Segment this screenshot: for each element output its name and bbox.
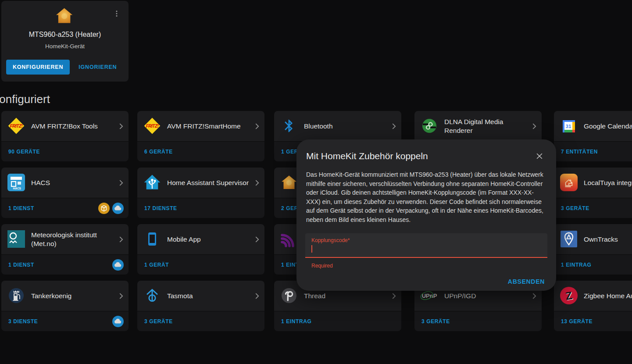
discovered-device-subtitle: HomeKit-Gerät <box>1 43 129 50</box>
homekit-pairing-dialog: Mit HomeKit Zubehör koppeln Das HomeKit-… <box>296 139 556 291</box>
section-heading-configured: Konfiguriert <box>0 93 50 106</box>
localtuya-icon <box>559 174 578 191</box>
mobile-app-icon <box>143 230 162 248</box>
integration-card[interactable]: ZZigbee Home Automation13 GERÄTE <box>554 281 632 331</box>
integration-card[interactable]: Tankerkoenig3 DIENSTE <box>1 281 129 331</box>
fritz-logo-icon: FRITZ! <box>7 117 26 135</box>
integration-card-footer: 3 GERÄTE <box>554 198 632 218</box>
pairing-code-label: Kopplungscode* <box>311 237 350 243</box>
integration-card[interactable]: Meteorologisk institutt (Met.no)1 DIENST <box>1 224 129 275</box>
pairing-code-field[interactable]: Kopplungscode* <box>305 233 547 258</box>
integration-card-footer: 17 DIENSTE <box>137 198 264 218</box>
integration-card-header[interactable]: LocalTuya integration <box>554 168 632 198</box>
chevron-right-icon <box>529 291 539 301</box>
integration-card-header[interactable]: FRITZ!AVM FRITZ!Box Tools <box>1 111 129 141</box>
integration-count[interactable]: 6 GERÄTE <box>144 149 260 155</box>
integration-card[interactable]: OwnTracks1 EINTRAG <box>554 224 632 275</box>
integration-card[interactable]: Home Assistant Supervisor17 DIENSTE <box>137 168 264 218</box>
integration-count[interactable]: 13 GERÄTE <box>561 318 632 325</box>
integration-card-header[interactable]: 31Google Calendar <box>554 111 632 141</box>
submit-button[interactable]: ABSENDEN <box>505 278 547 285</box>
homekit-house-icon <box>54 6 75 27</box>
svg-text:HACS: HACS <box>13 187 21 190</box>
integration-card-footer: 1 DIENST <box>1 254 129 275</box>
integration-card[interactable]: 31Google Calendar7 ENTITÄTEN <box>554 111 632 161</box>
integration-card-header[interactable]: Tankerkoenig <box>1 281 129 311</box>
homekit-house-icon <box>279 174 299 191</box>
chevron-right-icon <box>116 291 126 301</box>
integration-card-header[interactable]: OwnTracks <box>554 224 632 254</box>
integration-name: OwnTracks <box>584 235 632 244</box>
integration-name: Thread <box>304 292 388 300</box>
integration-card-header[interactable]: DLNA Digital Media Renderer <box>414 111 542 141</box>
integration-card-footer: 1 DIENST <box>1 198 129 218</box>
close-icon[interactable] <box>535 152 546 162</box>
integration-card-header[interactable]: FRITZ!AVM FRITZ!SmartHome <box>137 111 264 141</box>
integration-count[interactable]: 17 DIENSTE <box>144 205 260 211</box>
integration-count[interactable]: 3 GERÄTE <box>144 318 260 325</box>
cloud-badge-icon <box>112 259 124 271</box>
integration-name: Tankerkoenig <box>31 292 115 300</box>
configure-button[interactable]: KONFIGURIEREN <box>6 60 70 75</box>
ignore-button[interactable]: IGNORIEREN <box>76 60 119 75</box>
tankerkoenig-icon <box>7 287 26 304</box>
integration-card-footer: 6 GERÄTE <box>137 141 264 161</box>
svg-text:31: 31 <box>566 124 571 129</box>
integration-count[interactable]: 1 GERÄT <box>144 262 260 268</box>
cloud-badge-icon <box>112 203 124 214</box>
integration-card[interactable]: FRITZ!AVM FRITZ!Box Tools90 GERÄTE <box>1 111 129 161</box>
integration-card-header[interactable]: Meteorologisk institutt (Met.no) <box>1 224 129 254</box>
integration-card-header[interactable]: Bluetooth <box>274 111 401 141</box>
integration-card-footer: 3 GERÄTE <box>137 311 264 331</box>
integration-card-header[interactable]: ZZigbee Home Automation <box>554 281 632 311</box>
integration-name: Meteorologisk institutt (Met.no) <box>31 231 115 248</box>
integration-card[interactable]: LocalTuya integration3 GERÄTE <box>554 168 632 218</box>
chevron-right-icon <box>116 121 126 131</box>
thread-icon <box>279 287 299 304</box>
zigbee-icon: Z <box>559 287 578 304</box>
integration-name: Zigbee Home Automation <box>584 292 632 300</box>
integration-count[interactable]: 3 DIENSTE <box>8 318 112 325</box>
chevron-right-icon <box>116 178 126 188</box>
integration-name: Home Assistant Supervisor <box>167 178 251 187</box>
kebab-menu-icon[interactable] <box>113 10 121 19</box>
integration-card[interactable]: Mobile App1 GERÄT <box>137 224 264 275</box>
pairing-code-input[interactable] <box>311 245 541 254</box>
integration-card-footer: 90 GERÄTE <box>1 141 129 161</box>
integration-card[interactable]: FRITZ!AVM FRITZ!SmartHome6 GERÄTE <box>137 111 264 161</box>
integration-count[interactable]: 1 DIENST <box>8 262 112 268</box>
chevron-right-icon <box>252 235 262 244</box>
integration-name: LocalTuya integration <box>584 178 632 187</box>
integration-name: Mobile App <box>167 235 251 244</box>
integration-count[interactable]: 1 EINTRAG <box>561 262 632 268</box>
required-error-text: Required <box>311 263 333 269</box>
chevron-right-icon <box>252 291 262 301</box>
chevron-right-icon <box>529 121 539 131</box>
integration-count[interactable]: 1 DIENST <box>8 205 98 211</box>
integration-card-footer: 3 GERÄTE <box>414 311 542 331</box>
integration-name: AVM FRITZ!SmartHome <box>167 122 251 131</box>
integration-card-header[interactable]: Home Assistant Supervisor <box>137 168 264 198</box>
chevron-right-icon <box>252 178 262 188</box>
dialog-body-text: Das HomeKit-Gerät kommuniziert mit MTS96… <box>306 170 546 224</box>
integration-card-footer: 1 EINTRAG <box>554 254 632 275</box>
integration-count[interactable]: 3 GERÄTE <box>421 318 537 325</box>
signal-arcs-icon <box>279 230 299 248</box>
integration-count[interactable]: 7 ENTITÄTEN <box>561 149 632 155</box>
integration-card[interactable]: Tasmota3 GERÄTE <box>137 281 264 331</box>
integration-count[interactable]: 90 GERÄTE <box>8 149 124 155</box>
integration-count[interactable]: 1 EINTRAG <box>281 318 396 325</box>
integration-card-header[interactable]: HACSHACS <box>1 168 129 198</box>
chevron-right-icon <box>116 235 126 244</box>
integration-card-footer: 3 DIENSTE <box>1 311 129 331</box>
integration-count[interactable]: 3 GERÄTE <box>561 205 632 211</box>
chevron-right-icon <box>252 121 262 131</box>
metno-icon <box>7 230 26 248</box>
integration-card-footer: 7 ENTITÄTEN <box>554 141 632 161</box>
integration-name: Tasmota <box>167 292 251 300</box>
integration-card[interactable]: HACSHACS1 DIENST <box>1 168 129 218</box>
integration-card-footer: 13 GERÄTE <box>554 311 632 331</box>
integration-card-header[interactable]: Tasmota <box>137 281 264 311</box>
integration-card-header[interactable]: Mobile App <box>137 224 264 254</box>
integration-name: Bluetooth <box>304 122 388 131</box>
